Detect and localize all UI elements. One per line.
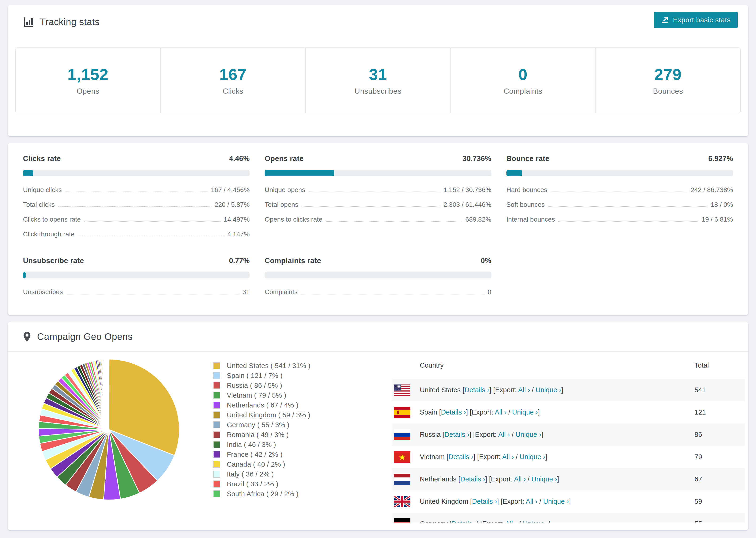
rate-progress-fill <box>507 170 522 176</box>
table-row-es: Spain [Details ›] [Export: All › / Uniqu… <box>392 401 745 423</box>
rate-stat-label: Click through rate <box>23 230 75 238</box>
export-unique-link[interactable]: Unique › <box>519 453 545 460</box>
rate-section-head: Clicks rate 4.46% <box>23 154 249 163</box>
rate-stat-row: Clicks to opens rate 14.497% <box>23 215 249 224</box>
details-link[interactable]: Details › <box>445 431 469 438</box>
rate-stat-value: 31 <box>242 288 249 296</box>
legend-swatch <box>213 411 220 418</box>
details-link[interactable]: Details › <box>449 453 473 460</box>
details-link[interactable]: Details › <box>472 498 497 505</box>
rate-section-clicks-rate: Clicks rate 4.46% Unique clicks 167 / 4.… <box>23 154 249 245</box>
export-basic-stats-button[interactable]: Export basic stats <box>654 12 738 28</box>
legend-label: Spain ( 121 / 7% ) <box>227 372 283 380</box>
geo-body: United States ( 541 / 31% )Spain ( 121 /… <box>8 352 748 522</box>
flag-icon-gb <box>394 496 410 507</box>
country-total: 55 <box>694 520 745 522</box>
stat-label: Opens <box>77 87 99 95</box>
export-unique-link[interactable]: Unique › <box>515 431 541 438</box>
dotted-leader <box>78 236 224 237</box>
legend-item-russia: Russia ( 86 / 5% ) <box>213 381 392 390</box>
export-unique-link[interactable]: Unique › <box>531 475 557 483</box>
rate-stat-label: Unsubscribes <box>23 288 63 296</box>
details-link[interactable]: Details › <box>464 386 489 394</box>
rate-stat-row: Soft bounces 18 / 0% <box>507 200 733 209</box>
rate-section-value: 4.46% <box>229 154 249 163</box>
flag-icon-vn <box>394 452 410 463</box>
legend-item-germany: Germany ( 55 / 3% ) <box>213 420 392 430</box>
export-all-link[interactable]: All › <box>526 498 537 505</box>
country-name: Vietnam <box>420 453 445 460</box>
rate-section-bounce-rate: Bounce rate 6.927% Hard bounces 242 / 86… <box>507 154 733 245</box>
export-all-link[interactable]: All › <box>514 475 526 483</box>
rate-stat-value: 242 / 86.738% <box>690 186 733 194</box>
export-all-link[interactable]: All › <box>505 520 517 522</box>
country-total: 59 <box>694 498 745 506</box>
rate-progress-fill <box>23 170 33 176</box>
export-all-link[interactable]: All › <box>518 386 530 394</box>
details-link[interactable]: Details › <box>460 475 485 483</box>
total-column-header: Total <box>694 361 745 369</box>
rate-section-head: Bounce rate 6.927% <box>507 154 733 163</box>
dotted-leader <box>84 221 220 222</box>
rate-stat-label: Total opens <box>265 200 298 209</box>
legend-swatch <box>213 471 220 478</box>
rate-stat-label: Soft bounces <box>507 200 545 209</box>
rate-stat-label: Unique opens <box>265 186 305 194</box>
rate-stat-label: Opens to clicks rate <box>265 215 322 224</box>
export-all-link[interactable]: All › <box>495 408 507 416</box>
legend-swatch <box>213 461 220 468</box>
campaign-geo-opens-card: Campaign Geo Opens United States ( 541 /… <box>8 322 748 530</box>
rate-stat-row: Internal bounces 19 / 6.81% <box>507 215 733 224</box>
export-all-link[interactable]: All › <box>502 453 514 460</box>
legend-swatch <box>213 372 220 379</box>
rate-stat-row: Opens to clicks rate 689.82% <box>265 215 491 224</box>
export-unique-link[interactable]: Unique › <box>523 520 549 522</box>
rate-stat-label: Unique clicks <box>23 186 62 194</box>
stat-box-opens: 1,152Opens <box>16 48 160 113</box>
country-total: 67 <box>694 475 745 483</box>
legend-item-united-kingdom: United Kingdom ( 59 / 3% ) <box>213 410 392 420</box>
dotted-leader <box>66 294 239 294</box>
rate-section-value: 0.77% <box>229 256 249 265</box>
country-name: Russia <box>420 431 441 438</box>
rate-section-value: 30.736% <box>462 154 491 163</box>
legend-label: Netherlands ( 67 / 4% ) <box>227 402 298 409</box>
country-name: Netherlands <box>420 475 457 483</box>
country-column-header: Country <box>392 361 694 369</box>
legend-swatch <box>213 392 220 399</box>
table-row-gb: United Kingdom [Details ›] [Export: All … <box>392 490 745 512</box>
export-all-link[interactable]: All › <box>498 431 510 438</box>
export-unique-link[interactable]: Unique › <box>512 408 538 416</box>
legend-label: Romania ( 49 / 3% ) <box>227 431 289 439</box>
rate-section-title: Clicks rate <box>23 154 61 163</box>
country-name: Germany <box>420 520 448 522</box>
country-name: United Kingdom <box>420 498 468 505</box>
stat-box-clicks: 167Clicks <box>160 48 305 113</box>
geo-card-title: Campaign Geo Opens <box>37 331 133 342</box>
details-link[interactable]: Details › <box>452 520 476 522</box>
stat-value: 0 <box>518 65 527 83</box>
rate-progress-bar <box>265 170 491 176</box>
details-link[interactable]: Details › <box>441 408 466 416</box>
legend-label: South Africa ( 29 / 2% ) <box>227 490 298 498</box>
rate-stat-value: 167 / 4.456% <box>211 186 249 194</box>
flag-icon-es <box>394 407 410 418</box>
dotted-leader <box>58 206 211 207</box>
legend-label: Italy ( 36 / 2% ) <box>227 470 274 478</box>
stat-value: 1,152 <box>67 65 108 83</box>
legend-swatch <box>213 431 220 438</box>
rate-stat-value: 0 <box>488 288 491 296</box>
rate-stat-row: Unique opens 1,152 / 30.736% <box>265 186 491 194</box>
legend-label: Brazil ( 33 / 2% ) <box>227 480 279 488</box>
geo-opens-table: Country Total United States [Details ›] … <box>392 352 745 522</box>
stat-label: Clicks <box>223 87 243 95</box>
export-unique-link[interactable]: Unique › <box>543 498 569 505</box>
table-row-ru: Russia [Details ›] [Export: All › / Uniq… <box>392 423 745 446</box>
rate-stat-row: Unique clicks 167 / 4.456% <box>23 186 249 194</box>
legend-label: Canada ( 40 / 2% ) <box>227 460 285 468</box>
legend-item-vietnam: Vietnam ( 79 / 5% ) <box>213 390 392 400</box>
rates-grid: Clicks rate 4.46% Unique clicks 167 / 4.… <box>8 143 748 302</box>
table-row-de: Germany [Details ›] [Export: All › / Uni… <box>392 512 745 522</box>
export-unique-link[interactable]: Unique › <box>536 386 561 394</box>
legend-swatch <box>213 441 220 448</box>
